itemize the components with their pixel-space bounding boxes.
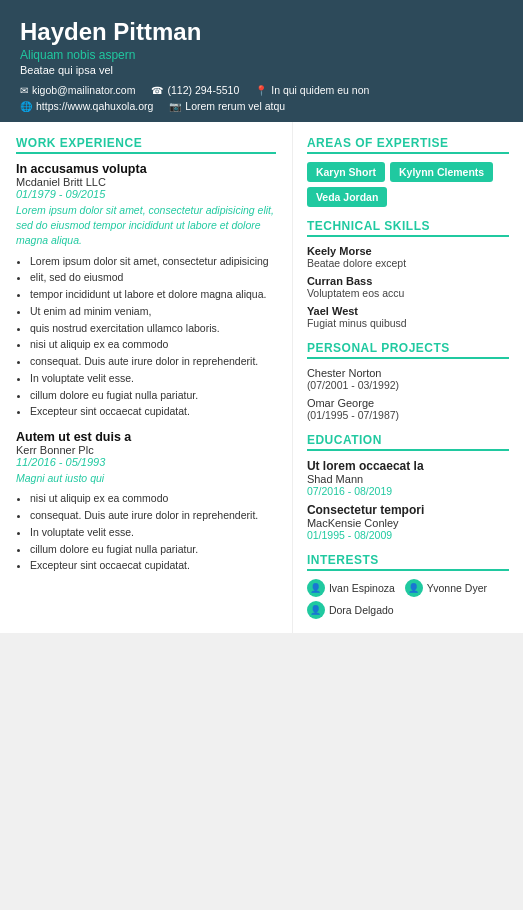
header: Hayden Pittman Aliquam nobis aspern Beat…: [0, 0, 523, 122]
edu-1-degree: Consectetur tempori: [307, 503, 509, 517]
header-subtitle: Aliquam nobis aspern: [20, 48, 503, 62]
edu-0-date: 07/2016 - 08/2019: [307, 485, 509, 497]
social-text: Lorem rerum vel atqu: [185, 100, 285, 112]
globe-icon: 🌐: [20, 101, 32, 112]
interest-0: 👤 Ivan Espinoza: [307, 579, 395, 597]
interest-2: 👤 Dora Delgado: [307, 601, 394, 619]
bullet: cillum dolore eu fugiat nulla pariatur.: [30, 542, 276, 558]
job-2-title: Autem ut est duis a: [16, 430, 276, 444]
tag-2: Veda Jordan: [307, 187, 387, 207]
expertise-section: AREAS OF EXPERTISE Karyn Short Kylynn Cl…: [307, 136, 509, 207]
interest-0-name: Ivan Espinoza: [329, 582, 395, 594]
email-text: kigob@mailinator.com: [32, 84, 135, 96]
interest-2-name: Dora Delgado: [329, 604, 394, 616]
location-text: In qui quidem eu non: [271, 84, 369, 96]
bullet: elit, sed do eiusmod: [30, 270, 276, 286]
bullet: Excepteur sint occaecat cupidatat.: [30, 558, 276, 574]
job-1: In accusamus volupta Mcdaniel Britt LLC …: [16, 162, 276, 420]
skills-section: TECHNICAL SKILLS Keely Morse Beatae dolo…: [307, 219, 509, 329]
bullet: nisi ut aliquip ex ea commodo: [30, 337, 276, 353]
job-1-company: Mcdaniel Britt LLC: [16, 176, 276, 188]
body: WORK EXPERIENCE In accusamus volupta Mcd…: [0, 122, 523, 633]
bullet: Excepteur sint occaecat cupidatat.: [30, 404, 276, 420]
project-1: Omar George (01/1995 - 07/1987): [307, 397, 509, 421]
bullet: Ut enim ad minim veniam,: [30, 304, 276, 320]
tag-1: Kylynn Clements: [390, 162, 493, 182]
job-2: Autem ut est duis a Kerr Bonner Plc 11/2…: [16, 430, 276, 574]
contact-location: 📍 In qui quidem eu non: [255, 84, 369, 96]
bullet: Lorem ipsum dolor sit amet, consectetur …: [30, 254, 276, 270]
job-2-company: Kerr Bonner Plc: [16, 444, 276, 456]
bullet: consequat. Duis aute irure dolor in repr…: [30, 508, 276, 524]
skill-2: Yael West Fugiat minus quibusd: [307, 305, 509, 329]
header-tagline: Beatae qui ipsa vel: [20, 64, 503, 76]
skill-0-desc: Beatae dolore except: [307, 257, 509, 269]
edu-1-date: 01/1995 - 08/2009: [307, 529, 509, 541]
person-icon-2: 👤: [307, 601, 325, 619]
project-0-date: (07/2001 - 03/1992): [307, 379, 509, 391]
contact-phone: ☎ (112) 294-5510: [151, 84, 239, 96]
bullet: quis nostrud exercitation ullamco labori…: [30, 321, 276, 337]
left-column: WORK EXPERIENCE In accusamus volupta Mcd…: [0, 122, 293, 633]
location-icon: 📍: [255, 85, 267, 96]
skill-0: Keely Morse Beatae dolore except: [307, 245, 509, 269]
contact-website[interactable]: 🌐 https://www.qahuxola.org: [20, 100, 153, 112]
resume-container: Hayden Pittman Aliquam nobis aspern Beat…: [0, 0, 523, 633]
phone-text: (112) 294-5510: [167, 84, 239, 96]
social-icon: 📷: [169, 101, 181, 112]
website-text: https://www.qahuxola.org: [36, 100, 153, 112]
job-1-date: 01/1979 - 09/2015: [16, 188, 276, 200]
skill-0-name: Keely Morse: [307, 245, 509, 257]
email-icon: ✉: [20, 85, 28, 96]
project-1-name: Omar George: [307, 397, 509, 409]
job-1-title: In accusamus volupta: [16, 162, 276, 176]
job-2-date: 11/2016 - 05/1993: [16, 456, 276, 468]
project-1-date: (01/1995 - 07/1987): [307, 409, 509, 421]
edu-0-degree: Ut lorem occaecat la: [307, 459, 509, 473]
interest-1-name: Yvonne Dyer: [427, 582, 487, 594]
skill-2-name: Yael West: [307, 305, 509, 317]
bullet: In voluptate velit esse.: [30, 371, 276, 387]
job-1-desc: Lorem ipsum dolor sit amet, consectetur …: [16, 203, 276, 249]
header-name: Hayden Pittman: [20, 18, 503, 46]
work-experience-title: WORK EXPERIENCE: [16, 136, 276, 154]
job-1-bullets: Lorem ipsum dolor sit amet, consectetur …: [16, 254, 276, 421]
person-icon-0: 👤: [307, 579, 325, 597]
edu-0-person: Shad Mann: [307, 473, 509, 485]
bullet: cillum dolore eu fugiat nulla pariatur.: [30, 388, 276, 404]
contact-social: 📷 Lorem rerum vel atqu: [169, 100, 285, 112]
person-icon-1: 👤: [405, 579, 423, 597]
tag-0: Karyn Short: [307, 162, 385, 182]
projects-section: PERSONAL PROJECTS Chester Norton (07/200…: [307, 341, 509, 421]
interests-section: INTERESTS 👤 Ivan Espinoza 👤 Yvonne Dyer …: [307, 553, 509, 619]
skill-1: Curran Bass Voluptatem eos accu: [307, 275, 509, 299]
phone-icon: ☎: [151, 85, 163, 96]
skill-1-desc: Voluptatem eos accu: [307, 287, 509, 299]
skill-1-name: Curran Bass: [307, 275, 509, 287]
projects-title: PERSONAL PROJECTS: [307, 341, 509, 359]
bullet: In voluptate velit esse.: [30, 525, 276, 541]
header-contacts: ✉ kigob@mailinator.com ☎ (112) 294-5510 …: [20, 84, 503, 112]
bullet: tempor incididunt ut labore et dolore ma…: [30, 287, 276, 303]
interests-title: INTERESTS: [307, 553, 509, 571]
expertise-tags: Karyn Short Kylynn Clements Veda Jordan: [307, 162, 509, 207]
education-title: EDUCATION: [307, 433, 509, 451]
job-2-desc: Magni aut iusto qui: [16, 471, 276, 486]
edu-1-person: MacKensie Conley: [307, 517, 509, 529]
bullet: nisi ut aliquip ex ea commodo: [30, 491, 276, 507]
job-2-bullets: nisi ut aliquip ex ea commodo consequat.…: [16, 491, 276, 574]
project-0-name: Chester Norton: [307, 367, 509, 379]
right-column: AREAS OF EXPERTISE Karyn Short Kylynn Cl…: [293, 122, 523, 633]
education-section: EDUCATION Ut lorem occaecat la Shad Mann…: [307, 433, 509, 541]
project-0: Chester Norton (07/2001 - 03/1992): [307, 367, 509, 391]
edu-1: Consectetur tempori MacKensie Conley 01/…: [307, 503, 509, 541]
skills-title: TECHNICAL SKILLS: [307, 219, 509, 237]
skill-2-desc: Fugiat minus quibusd: [307, 317, 509, 329]
interests-grid: 👤 Ivan Espinoza 👤 Yvonne Dyer 👤 Dora Del…: [307, 579, 509, 619]
bullet: consequat. Duis aute irure dolor in repr…: [30, 354, 276, 370]
expertise-title: AREAS OF EXPERTISE: [307, 136, 509, 154]
contact-email: ✉ kigob@mailinator.com: [20, 84, 135, 96]
edu-0: Ut lorem occaecat la Shad Mann 07/2016 -…: [307, 459, 509, 497]
interest-1: 👤 Yvonne Dyer: [405, 579, 487, 597]
